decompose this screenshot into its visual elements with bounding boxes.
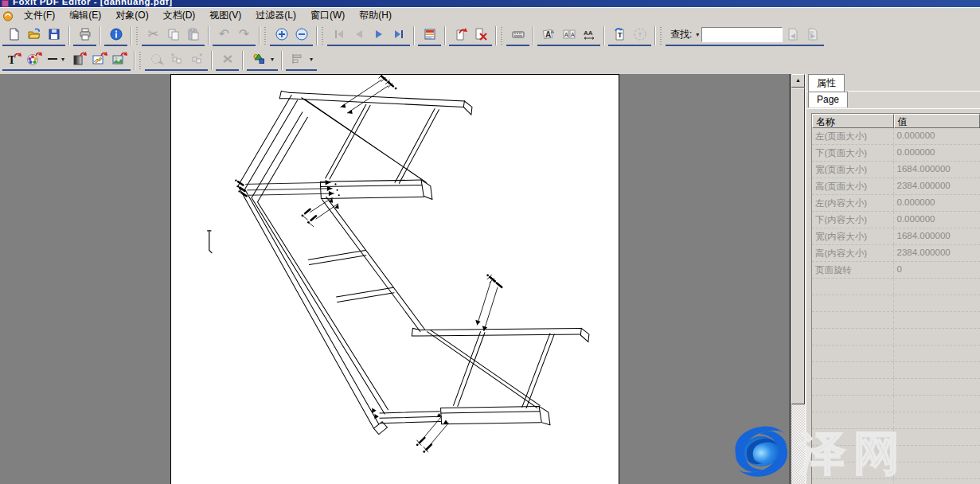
- text-caret: [208, 231, 212, 253]
- find-next-button[interactable]: [802, 25, 822, 45]
- align-objects-button[interactable]: [287, 49, 307, 69]
- line-style-button[interactable]: ▾: [44, 49, 69, 69]
- property-value: [894, 446, 980, 462]
- group-back-button[interactable]: [166, 49, 186, 69]
- menu-item-7[interactable]: 帮助(H): [352, 8, 399, 23]
- property-name: [812, 479, 894, 484]
- property-row-empty[interactable]: [812, 379, 980, 396]
- insert-shapes-button[interactable]: [248, 49, 268, 69]
- property-name: [812, 396, 894, 412]
- property-row-4[interactable]: 左(内容大小)0.000000: [812, 195, 980, 212]
- property-row-empty[interactable]: [812, 463, 980, 479]
- property-value: 0: [894, 262, 980, 278]
- font-size-button[interactable]: AA: [539, 25, 559, 45]
- text-circle-button[interactable]: T: [630, 25, 650, 45]
- delete-object-button[interactable]: [217, 49, 237, 69]
- property-row-8[interactable]: 页面旋转0: [812, 262, 980, 279]
- next-page-button[interactable]: [369, 25, 388, 45]
- previous-page-button[interactable]: [349, 25, 369, 45]
- undo-button[interactable]: ↶: [214, 25, 234, 45]
- property-value: 2384.000000: [894, 178, 980, 194]
- menu-item-1[interactable]: 编辑(E): [62, 8, 108, 23]
- rotate-page-button[interactable]: [451, 25, 470, 45]
- properties-table: 名称 值 左(页面大小)0.000000下(页面大小)0.000000宽(页面大…: [811, 113, 980, 484]
- property-row-empty[interactable]: [812, 429, 980, 446]
- menu-item-3[interactable]: 文档(D): [156, 8, 203, 23]
- property-row-empty[interactable]: [812, 479, 980, 484]
- property-row-empty[interactable]: [812, 295, 980, 312]
- find-previous-button[interactable]: [783, 25, 802, 45]
- page-layout-button[interactable]: [420, 25, 439, 45]
- fill-gradient-tool-button[interactable]: [69, 49, 89, 69]
- group-forward-button[interactable]: [186, 49, 206, 69]
- property-row-empty[interactable]: [812, 446, 980, 463]
- tab-page[interactable]: Page: [808, 92, 848, 107]
- property-row-0[interactable]: 左(页面大小)0.000000: [812, 128, 980, 145]
- property-row-empty[interactable]: [812, 329, 980, 345]
- copy-button[interactable]: [163, 25, 183, 45]
- menu-item-4[interactable]: 视图(V): [202, 8, 248, 23]
- menu-item-6[interactable]: 窗口(W): [303, 8, 352, 23]
- save-file-button[interactable]: [44, 25, 64, 45]
- property-value: 0.000000: [894, 212, 980, 228]
- virtual-keyboard-button[interactable]: [508, 25, 528, 45]
- property-name: 宽(内容大小): [812, 228, 894, 244]
- menu-item-0[interactable]: 文件(F): [17, 8, 62, 23]
- property-value: [894, 429, 980, 445]
- paste-button[interactable]: [183, 25, 203, 45]
- delete-page-button[interactable]: [470, 25, 490, 45]
- property-row-7[interactable]: 高(内容大小)2384.000000: [812, 245, 980, 262]
- property-row-empty[interactable]: [812, 412, 980, 429]
- zoom-out-button[interactable]: [291, 25, 311, 45]
- svg-text:AA: AA: [584, 29, 593, 37]
- property-row-1[interactable]: 下(页面大小)0.000000: [812, 145, 980, 162]
- property-row-5[interactable]: 下(内容大小)0.000000: [812, 212, 980, 228]
- tab-properties[interactable]: 属性: [808, 74, 845, 92]
- vertical-scrollbar[interactable]: ▲: [791, 74, 805, 484]
- menu-item-2[interactable]: 对象(O): [108, 8, 155, 23]
- line-style-dropdown[interactable]: ▾: [61, 56, 64, 63]
- find-dropdown-button[interactable]: ▾: [696, 31, 699, 38]
- last-page-button[interactable]: [388, 25, 408, 45]
- open-file-button[interactable]: [24, 25, 44, 45]
- column-header-name[interactable]: 名称: [812, 114, 894, 128]
- undo-arrow-icon: ↶: [219, 28, 229, 41]
- property-row-empty[interactable]: [812, 345, 980, 362]
- transform-selection-button[interactable]: [146, 49, 166, 69]
- property-row-empty[interactable]: [812, 279, 980, 295]
- property-row-empty[interactable]: [812, 362, 980, 379]
- scrollbar-thumb[interactable]: [791, 88, 805, 404]
- property-row-6[interactable]: 宽(内容大小)1684.000000: [812, 228, 980, 245]
- property-row-empty[interactable]: [812, 396, 980, 412]
- find-label: 查找:: [670, 28, 692, 41]
- new-document-button[interactable]: [4, 25, 24, 45]
- svg-text:A: A: [564, 32, 568, 37]
- property-row-empty[interactable]: [812, 312, 980, 329]
- print-button[interactable]: [75, 25, 95, 45]
- char-spacing-narrow-button[interactable]: AA: [559, 25, 579, 45]
- insert-image-tool-button[interactable]: [109, 49, 129, 69]
- property-row-3[interactable]: 高(页面大小)2384.000000: [812, 178, 980, 195]
- zoom-in-button[interactable]: [271, 25, 291, 45]
- redo-button[interactable]: ↷: [234, 25, 254, 45]
- redo-arrow-icon: ↷: [239, 28, 249, 41]
- edit-image-tool-button[interactable]: [89, 49, 109, 69]
- first-page-button[interactable]: [329, 25, 349, 45]
- cut-button[interactable]: ✂: [143, 25, 163, 45]
- document-info-button[interactable]: [106, 25, 126, 45]
- property-name: [812, 345, 894, 361]
- document-canvas[interactable]: [0, 74, 789, 484]
- align-dropdown[interactable]: ▾: [310, 56, 313, 63]
- scroll-up-button[interactable]: ▲: [791, 74, 805, 88]
- shapes-dropdown[interactable]: ▾: [271, 56, 274, 63]
- menu-item-5[interactable]: 过滤器(L): [248, 8, 303, 23]
- char-spacing-wide-button[interactable]: AA: [579, 25, 599, 45]
- column-header-value[interactable]: 值: [894, 114, 980, 128]
- edit-color-tool-button[interactable]: [24, 49, 44, 69]
- pdf-page[interactable]: [170, 74, 619, 484]
- insert-text-button[interactable]: T: [610, 25, 630, 45]
- svg-text:T: T: [638, 31, 642, 38]
- edit-text-tool-button[interactable]: T: [4, 49, 24, 69]
- find-input[interactable]: [701, 27, 783, 42]
- property-row-2[interactable]: 宽(页面大小)1684.000000: [812, 162, 980, 178]
